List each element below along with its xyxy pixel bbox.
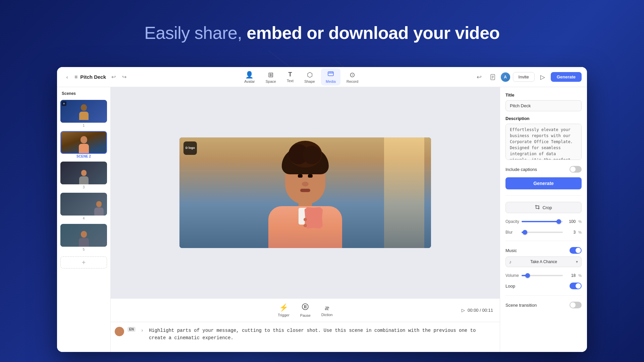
loop-label: Loop	[505, 284, 515, 289]
main-content: Scenes D 1	[57, 87, 587, 352]
scene-item-5[interactable]: 5	[60, 224, 107, 252]
media-icon	[327, 70, 334, 79]
blur-thumb[interactable]	[523, 230, 527, 235]
scene-number-4: 4	[60, 216, 107, 221]
music-section: Music ♪ Take A Chance ▾	[505, 247, 582, 267]
tool-text[interactable]: T Text	[282, 69, 298, 85]
description-textarea[interactable]: Effortlessly elevate your business repor…	[505, 124, 582, 160]
diction-control[interactable]: æ Diction	[321, 304, 333, 317]
diction-icon: æ	[325, 304, 329, 312]
video-controls: ⚡ Trigger Pause æ Diction	[111, 298, 500, 322]
music-toggle-row: Music	[505, 247, 582, 254]
volume-label: Volume	[505, 273, 519, 278]
crop-icon	[535, 205, 540, 210]
right-panel: Title Description Effortlessly elevate y…	[500, 87, 587, 352]
captions-toggle[interactable]	[570, 166, 582, 173]
logo-badge: D logo	[183, 141, 197, 155]
lang-badge: EN	[127, 327, 136, 332]
divider-3	[505, 295, 582, 296]
music-note-icon: ♪	[509, 259, 512, 264]
toolbar-right: ↩ A Invite ▷ Generate	[474, 72, 582, 82]
chevron-down-icon: ▾	[576, 259, 578, 264]
scene-item-4[interactable]: 4	[60, 193, 107, 221]
scene-item-2[interactable]: SCENE 2	[60, 131, 107, 159]
doc-icon-btn[interactable]	[487, 72, 498, 82]
opacity-pct: %	[578, 220, 582, 224]
tool-space[interactable]: ⊞ Space	[261, 69, 281, 85]
headline-bold: embed or download your video	[247, 23, 500, 43]
loop-toggle[interactable]	[570, 283, 582, 289]
video-frame: D logo	[179, 137, 431, 248]
scene-number-3: 3	[60, 184, 107, 190]
crop-button[interactable]: Crop	[505, 202, 582, 213]
back-button[interactable]: ‹	[62, 72, 72, 82]
blur-pct: %	[578, 230, 582, 234]
add-scene-button[interactable]: +	[60, 256, 107, 268]
loop-row: Loop	[505, 283, 582, 289]
volume-value: 18	[566, 273, 576, 278]
space-icon: ⊞	[268, 71, 274, 79]
toolbar: 👤 Avatar ⊞ Space T Text ⬡ Shape	[131, 68, 471, 85]
blur-slider[interactable]	[522, 232, 563, 233]
script-avatar	[115, 327, 124, 336]
opacity-row: Opacity 100 %	[505, 219, 582, 224]
window-light	[384, 137, 424, 248]
user-avatar: A	[501, 72, 510, 82]
app-window: ‹ ≡ Pitch Deck ↩ ↪ 👤 Avatar ⊞ Space T Te…	[57, 67, 587, 352]
redo-button[interactable]: ↪	[119, 72, 129, 82]
record-icon: ⊙	[350, 71, 355, 79]
title-input[interactable]	[505, 100, 582, 111]
generate-button[interactable]: Generate	[551, 72, 582, 82]
scene-transition-label: Scene transition	[505, 303, 537, 308]
scene-item-1[interactable]: D 1	[60, 100, 107, 128]
volume-thumb[interactable]	[525, 273, 530, 278]
opacity-slider[interactable]	[522, 221, 563, 222]
scene-number-1: 1	[60, 123, 107, 128]
volume-slider[interactable]	[522, 275, 563, 276]
blur-row: Blur 3 %	[505, 230, 582, 235]
blur-label: Blur	[505, 230, 519, 235]
generate-full-button[interactable]: Generate	[505, 177, 582, 189]
description-section: Description Effortlessly elevate your bu…	[505, 116, 582, 161]
undo-button[interactable]: ↩	[109, 72, 118, 82]
scenes-sidebar: Scenes D 1	[57, 87, 111, 352]
tool-avatar[interactable]: 👤 Avatar	[239, 69, 260, 85]
scene-thumb-4	[60, 193, 107, 216]
preview-play-button[interactable]: ▷	[537, 72, 548, 82]
music-toggle[interactable]	[570, 247, 582, 254]
trigger-control[interactable]: ⚡ Trigger	[278, 303, 289, 317]
pause-icon	[302, 303, 309, 312]
tool-media[interactable]: Media	[321, 68, 340, 85]
divider-2	[505, 241, 582, 241]
project-title: Pitch Deck	[80, 74, 106, 80]
presenter-figure	[252, 144, 359, 248]
script-text: Highlight parts of your message, cutting…	[149, 327, 494, 342]
blur-value: 3	[566, 230, 576, 235]
scene-label-2: SCENE 2	[60, 154, 107, 159]
scene-thumb-1: D	[60, 100, 107, 123]
title-label: Title	[505, 93, 582, 98]
scene-transition-toggle[interactable]	[570, 302, 582, 308]
music-selector-wrapper: ♪ Take A Chance ▾	[505, 256, 582, 267]
undo-icon-btn[interactable]: ↩	[474, 72, 485, 82]
svg-point-8	[302, 304, 308, 310]
tool-record[interactable]: ⊙ Record	[342, 69, 363, 85]
pause-control[interactable]: Pause	[300, 303, 311, 317]
menu-icon: ≡	[74, 74, 77, 80]
tool-shape[interactable]: ⬡ Shape	[300, 69, 320, 85]
scene-item-3[interactable]: 3	[60, 162, 107, 190]
captions-label: Include captions	[505, 167, 537, 172]
captions-row: Include captions	[505, 166, 582, 173]
invite-button[interactable]: Invite	[513, 72, 535, 82]
scenes-label: Scenes	[60, 91, 107, 97]
divider-1	[505, 195, 582, 196]
play-icon: ▷	[462, 308, 465, 313]
script-area: EN › Highlight parts of your message, cu…	[111, 322, 500, 352]
scene-thumb-2	[60, 131, 107, 154]
trigger-icon: ⚡	[279, 303, 288, 312]
svg-rect-3	[328, 72, 333, 76]
script-arrow-button[interactable]: ›	[139, 327, 146, 334]
opacity-thumb[interactable]	[556, 219, 561, 224]
page-headline: Easily share, embed or download your vid…	[0, 23, 644, 43]
music-track-selector[interactable]: ♪ Take A Chance ▾	[505, 256, 582, 267]
